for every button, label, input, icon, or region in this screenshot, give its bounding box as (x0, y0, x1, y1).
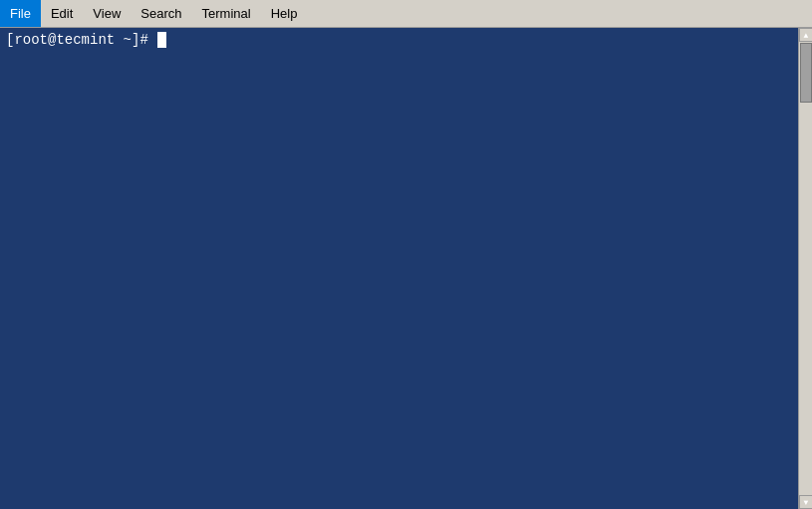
scroll-thumb[interactable] (800, 43, 812, 103)
menubar: File Edit View Search Terminal Help (0, 0, 812, 28)
scroll-track[interactable] (799, 42, 812, 495)
scroll-up-button[interactable]: ▲ (799, 28, 812, 42)
menu-view[interactable]: View (83, 0, 131, 27)
terminal-area[interactable]: [root@tecmint ~]# ▲ ▼ (0, 28, 812, 509)
scrollbar[interactable]: ▲ ▼ (798, 28, 812, 509)
menu-help[interactable]: Help (261, 0, 308, 27)
terminal-prompt-line: [root@tecmint ~]# (6, 32, 806, 48)
prompt-text: [root@tecmint ~]# (6, 32, 156, 48)
menu-terminal[interactable]: Terminal (192, 0, 261, 27)
scroll-down-button[interactable]: ▼ (799, 495, 812, 509)
terminal-cursor (157, 32, 166, 48)
menu-file[interactable]: File (0, 0, 41, 27)
menu-edit[interactable]: Edit (41, 0, 83, 27)
menu-search[interactable]: Search (131, 0, 191, 27)
